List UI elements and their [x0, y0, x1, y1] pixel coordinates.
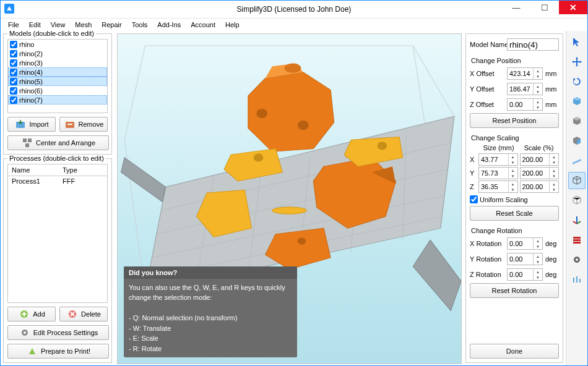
edit-process-settings-button[interactable]: Edit Process Settings [7, 325, 109, 340]
y-rotation-input[interactable]: ▲▼ [507, 253, 543, 265]
y-offset-input[interactable]: ▲▼ [507, 83, 543, 95]
menu-mesh[interactable]: Mesh [71, 20, 95, 30]
svg-rect-5 [28, 138, 32, 142]
remove-button[interactable]: Remove [59, 117, 108, 132]
model-checkbox[interactable] [10, 87, 17, 95]
model-checkbox[interactable] [10, 69, 17, 76]
cube-wire-icon [571, 175, 582, 186]
model-checkbox[interactable] [10, 78, 17, 85]
cell-name: Process1 [8, 177, 59, 185]
processes-panel-title: Processes (double-click to edit) [7, 155, 106, 162]
menu-file[interactable]: File [4, 20, 23, 30]
uniform-scaling-label: Uniform Scaling [480, 196, 528, 203]
size-x-input[interactable]: ▲▼ [478, 153, 518, 166]
menu-edit[interactable]: Edit [25, 20, 45, 30]
tool-move[interactable] [568, 53, 586, 70]
col-name: Name [8, 166, 59, 174]
model-name: rhino(3) [19, 59, 43, 67]
scale-y-input[interactable]: ▲▼ [520, 167, 560, 179]
menu-bar: File Edit View Mesh Repair Tools Add-Ins… [1, 19, 587, 31]
add-process-button[interactable]: Add [7, 307, 56, 321]
svg-rect-4 [23, 138, 27, 142]
model-name: rhino [19, 41, 34, 48]
minimize-button[interactable]: — [502, 1, 530, 14]
model-item[interactable]: rhino(6) [8, 86, 107, 95]
model-checkbox[interactable] [10, 96, 17, 104]
tip-line: - E: Scale [129, 333, 292, 344]
model-item[interactable]: rhino(3) [8, 58, 107, 67]
3d-viewport[interactable]: Did you know? You can also use the Q, W,… [117, 33, 462, 364]
title-bar: Simplify3D (Licensed to John Doe) — ☐ ✕ [1, 1, 587, 19]
x-offset-input[interactable]: ▲▼ [507, 67, 543, 80]
svg-rect-48 [573, 237, 581, 239]
menu-help[interactable]: Help [222, 20, 243, 30]
scaling-section-label: Change Scaling [471, 134, 559, 142]
delete-process-button[interactable]: Delete [59, 307, 108, 321]
model-checkbox[interactable] [10, 59, 17, 67]
model-name-input[interactable] [507, 38, 559, 51]
gear-icon [571, 254, 582, 265]
processes-table[interactable]: Name Type Process1 FFF [7, 164, 108, 303]
size-z-input[interactable]: ▲▼ [478, 181, 518, 193]
size-y-input[interactable]: ▲▼ [478, 167, 518, 179]
model-item[interactable]: rhino [8, 40, 107, 49]
model-item[interactable]: rhino(7) [8, 95, 107, 104]
reset-rotation-button[interactable]: Reset Rotation [470, 283, 559, 298]
tool-view-shaded[interactable] [568, 113, 586, 130]
properties-panel: Model Name: Change Position X Offset▲▼mm… [465, 33, 563, 363]
x-offset-label: X Offset [470, 70, 504, 77]
maximize-button[interactable]: ☐ [530, 1, 559, 14]
cube-iso-icon [571, 195, 582, 206]
layers-icon [571, 234, 582, 245]
z-rotation-input[interactable]: ▲▼ [507, 268, 543, 281]
menu-view[interactable]: View [47, 20, 69, 30]
scale-x-input[interactable]: ▲▼ [520, 153, 560, 166]
uniform-scaling-checkbox[interactable] [470, 195, 478, 203]
import-icon [14, 118, 27, 130]
model-item[interactable]: rhino(4) [8, 67, 107, 77]
done-button[interactable]: Done [470, 344, 559, 359]
reset-position-button[interactable]: Reset Position [470, 113, 559, 128]
import-button[interactable]: Import [7, 117, 56, 132]
tool-select[interactable] [568, 33, 586, 51]
x-rotation-input[interactable]: ▲▼ [507, 237, 543, 250]
model-item[interactable]: rhino(2) [8, 49, 107, 58]
tool-axis[interactable] [568, 211, 586, 229]
tool-plane[interactable] [568, 152, 586, 169]
tool-layers[interactable] [568, 231, 586, 249]
scale-z-input[interactable]: ▲▼ [520, 181, 560, 193]
tool-view-face[interactable] [568, 132, 586, 150]
svg-rect-6 [25, 143, 29, 147]
model-checkbox[interactable] [10, 50, 17, 57]
models-list[interactable]: rhino rhino(2) rhino(3) rhino(4) rhino(5… [7, 39, 108, 113]
app-icon [4, 4, 14, 14]
model-item[interactable]: rhino(5) [8, 77, 107, 86]
menu-account[interactable]: Account [187, 20, 219, 30]
reset-scale-button[interactable]: Reset Scale [470, 206, 559, 221]
close-button[interactable]: ✕ [559, 1, 587, 14]
table-row[interactable]: Process1 FFF [8, 176, 107, 186]
tool-view-iso[interactable] [568, 192, 586, 209]
svg-point-36 [256, 109, 267, 118]
prepare-to-print-button[interactable]: Prepare to Print! [7, 344, 109, 359]
menu-addins[interactable]: Add-Ins [153, 20, 184, 30]
window-title: Simplify3D (Licensed to John Doe) [237, 5, 352, 14]
tool-settings[interactable] [568, 251, 586, 268]
supports-icon [571, 274, 582, 285]
col-type: Type [59, 166, 81, 174]
center-arrange-button[interactable]: Center and Arrange [7, 135, 109, 150]
z-offset-input[interactable]: ▲▼ [507, 98, 543, 111]
menu-repair[interactable]: Repair [98, 20, 125, 30]
menu-tools[interactable]: Tools [128, 20, 152, 30]
tool-view-wireframe[interactable] [568, 172, 586, 189]
cell-type: FFF [59, 177, 79, 185]
svg-rect-50 [573, 242, 581, 244]
model-checkbox[interactable] [10, 41, 17, 48]
y-offset-label: Y Offset [470, 85, 504, 93]
cube-shaded-icon [571, 116, 582, 127]
tool-supports[interactable] [568, 271, 586, 288]
tool-view-solid[interactable] [568, 93, 586, 110]
table-header: Name Type [8, 164, 107, 176]
models-panel-title: Models (double-click to edit) [7, 31, 96, 37]
tool-rotate[interactable] [568, 73, 586, 90]
